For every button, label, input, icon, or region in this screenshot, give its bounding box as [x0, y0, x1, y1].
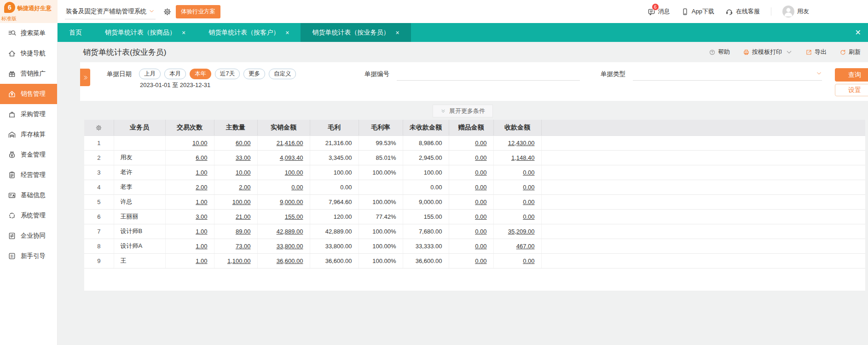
- value-cell[interactable]: 0.00: [449, 224, 493, 239]
- value-cell[interactable]: 33.00: [214, 150, 257, 165]
- drilldown-link[interactable]: 100.00: [285, 169, 303, 176]
- drilldown-link[interactable]: 0.00: [523, 257, 534, 264]
- drilldown-link[interactable]: 1.00: [196, 243, 207, 250]
- sidebar-item-0[interactable]: 搜索菜单: [0, 23, 57, 43]
- drilldown-link[interactable]: 4,093.40: [280, 154, 303, 161]
- drilldown-link[interactable]: 100.00: [232, 199, 251, 205]
- print-by-template-button[interactable]: 按模板打印: [743, 48, 793, 56]
- drilldown-link[interactable]: 6.00: [196, 154, 207, 161]
- column-header-6[interactable]: 未收款金额: [403, 120, 449, 135]
- drilldown-link[interactable]: 89.00: [236, 228, 251, 235]
- value-cell[interactable]: 1.00: [165, 194, 214, 209]
- drilldown-link[interactable]: 0.00: [475, 243, 486, 250]
- value-cell[interactable]: 2.00: [165, 180, 214, 194]
- value-cell[interactable]: 0.00: [449, 180, 493, 194]
- sidebar-item-8[interactable]: 基础信息: [0, 185, 57, 205]
- value-cell[interactable]: 0.00: [449, 209, 493, 224]
- drilldown-link[interactable]: 1,148.40: [511, 154, 535, 161]
- date-option-0[interactable]: 上月: [139, 69, 161, 79]
- drilldown-link[interactable]: 0.00: [475, 169, 486, 176]
- value-cell[interactable]: 0.00: [493, 209, 541, 224]
- value-cell[interactable]: 2.00: [214, 180, 257, 194]
- value-cell[interactable]: 0.00: [493, 194, 541, 209]
- trial-solution-button[interactable]: 体验行业方案: [176, 5, 220, 18]
- column-header-0[interactable]: 业务员: [114, 120, 165, 135]
- date-option-1[interactable]: 本月: [164, 69, 186, 79]
- date-option-5[interactable]: 自定义: [269, 69, 296, 79]
- drilldown-link[interactable]: 60.00: [236, 140, 251, 146]
- value-cell[interactable]: 0.00: [449, 165, 493, 180]
- value-cell[interactable]: 1.00: [165, 253, 214, 268]
- refresh-button[interactable]: 刷新: [839, 48, 861, 56]
- chevron-down-icon[interactable]: [786, 49, 793, 56]
- column-header-8[interactable]: 收款金额: [493, 120, 541, 135]
- tab-2[interactable]: 销货单统计表（按客户）×: [197, 23, 301, 42]
- drilldown-link[interactable]: 0.00: [523, 169, 534, 176]
- value-cell[interactable]: 21.00: [214, 209, 257, 224]
- system-select[interactable]: 装备及固定资产辅助管理系统: [65, 4, 156, 19]
- tab-3[interactable]: 销货单统计表（按业务员）×: [301, 23, 411, 42]
- column-header-7[interactable]: 赠品金额: [449, 120, 493, 135]
- user-menu[interactable]: 用友: [782, 6, 809, 18]
- drilldown-link[interactable]: 1.00: [196, 169, 207, 176]
- column-header-3[interactable]: 实销金额: [257, 120, 310, 135]
- value-cell[interactable]: 35,209.00: [493, 224, 541, 239]
- drilldown-link[interactable]: 155.00: [285, 213, 303, 220]
- drilldown-link[interactable]: 10.00: [236, 169, 251, 176]
- drilldown-link[interactable]: 1.00: [196, 228, 207, 235]
- column-header-5[interactable]: 毛利率: [359, 120, 403, 135]
- drilldown-link[interactable]: 35,209.00: [508, 228, 535, 235]
- sidebar-item-11[interactable]: 新新手引导: [0, 246, 57, 266]
- value-cell[interactable]: 6.00: [165, 150, 214, 165]
- column-header-2[interactable]: 主数量: [214, 120, 257, 135]
- settings-button[interactable]: 设置: [835, 84, 868, 96]
- export-button[interactable]: 导出: [805, 48, 827, 56]
- drilldown-link[interactable]: 12,430.00: [508, 140, 535, 146]
- messages-button[interactable]: 消息 6: [648, 7, 670, 16]
- value-cell[interactable]: 10.00: [214, 165, 257, 180]
- search-button[interactable]: 查询: [835, 68, 868, 82]
- value-cell[interactable]: 0.00: [493, 165, 541, 180]
- value-cell[interactable]: 60.00: [214, 135, 257, 150]
- date-option-2[interactable]: 本年: [190, 69, 211, 79]
- tab-1[interactable]: 销货单统计表（按商品）×: [93, 23, 197, 42]
- value-cell[interactable]: 0.00: [493, 180, 541, 194]
- value-cell[interactable]: 0.00: [257, 180, 310, 194]
- sidebar-item-3[interactable]: 销售管理: [0, 84, 57, 104]
- value-cell[interactable]: 100.00: [257, 165, 310, 180]
- sidebar-item-1[interactable]: 快捷导航: [0, 43, 57, 64]
- drilldown-link[interactable]: 3.00: [196, 213, 207, 220]
- gear-icon[interactable]: [163, 7, 172, 16]
- value-cell[interactable]: 1,148.40: [493, 150, 541, 165]
- date-option-4[interactable]: 更多: [243, 69, 265, 79]
- app-download-button[interactable]: App下载: [681, 7, 714, 16]
- drilldown-link[interactable]: 0.00: [475, 154, 486, 161]
- drilldown-link[interactable]: 0.00: [523, 199, 534, 205]
- sidebar-item-4[interactable]: 采购管理: [0, 104, 57, 124]
- value-cell[interactable]: 33,800.00: [257, 239, 310, 253]
- drilldown-link[interactable]: 2.00: [239, 184, 250, 191]
- value-cell[interactable]: 1.00: [165, 239, 214, 253]
- drilldown-link[interactable]: 0.00: [475, 199, 486, 205]
- doc-type-select[interactable]: [633, 69, 822, 81]
- column-header-1[interactable]: 交易次数: [165, 120, 214, 135]
- value-cell[interactable]: 9,000.00: [257, 194, 310, 209]
- sidebar-item-9[interactable]: 系统管理: [0, 205, 57, 226]
- sidebar-item-7[interactable]: 经营管理: [0, 165, 57, 185]
- drilldown-link[interactable]: 0.00: [475, 184, 486, 191]
- value-cell[interactable]: 4,093.40: [257, 150, 310, 165]
- drilldown-link[interactable]: 0.00: [523, 213, 534, 220]
- value-cell[interactable]: 1.00: [165, 165, 214, 180]
- value-cell[interactable]: 3.00: [165, 209, 214, 224]
- drilldown-link[interactable]: 42,889.00: [277, 228, 303, 235]
- close-icon[interactable]: ×: [182, 29, 185, 36]
- value-cell[interactable]: 0.00: [449, 239, 493, 253]
- drilldown-link[interactable]: 0.00: [475, 257, 486, 264]
- column-settings[interactable]: [84, 120, 114, 135]
- value-cell[interactable]: 0.00: [493, 253, 541, 268]
- value-cell[interactable]: 1.00: [165, 224, 214, 239]
- value-cell[interactable]: 36,600.00: [257, 253, 310, 268]
- column-header-4[interactable]: 毛利: [310, 120, 359, 135]
- sidebar-item-2[interactable]: 营销推广: [0, 64, 57, 84]
- drilldown-link[interactable]: 21,416.00: [277, 140, 303, 146]
